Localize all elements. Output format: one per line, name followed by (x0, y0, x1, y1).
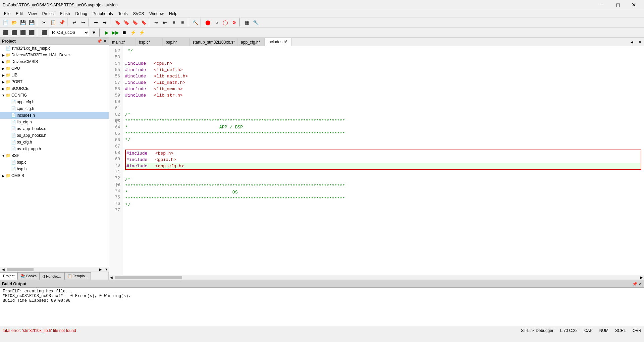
tab-close-all[interactable]: ✕ (636, 38, 644, 46)
bookmark2-button[interactable]: 🔖 (122, 18, 130, 26)
tb2-btn5[interactable]: ⬛ (40, 28, 48, 37)
tree-item-1[interactable]: ▶📁Drivers/STM32F1xx_HAL_Driver (0, 52, 109, 58)
tree-item-18[interactable]: 📄bsp.h (0, 166, 109, 172)
menu-item-svcs[interactable]: SVCS (130, 11, 147, 17)
copy-button[interactable]: 📋 (49, 18, 57, 26)
tree-item-17[interactable]: 📄bsp.c (0, 159, 109, 166)
bookmark4-button[interactable]: 🔖 (140, 18, 148, 26)
panel-tab-1[interactable]: 📚 Books (17, 272, 40, 280)
bookmark1-button[interactable]: 🔖 (113, 18, 121, 26)
tree-item-2[interactable]: ▶📁Drivers/CMSIS (0, 58, 109, 65)
tree-item-13[interactable]: 📄os_app_hooks.h (0, 132, 109, 139)
hscroll-right[interactable]: ▶ (639, 276, 644, 279)
editor-hscroll[interactable]: ◀ ▶ (109, 275, 644, 280)
restore-button[interactable]: ◻ (610, 0, 626, 10)
format-button[interactable]: ≡ (170, 18, 178, 26)
editor-tab-5[interactable]: includes.h* (265, 38, 291, 46)
save-file-button[interactable]: 💾 (19, 18, 27, 26)
menu-item-help[interactable]: Help (166, 11, 180, 17)
panel-tab-2[interactable]: {} Functio... (40, 272, 64, 280)
tree-item-14[interactable]: 📄os_cfg.h (0, 139, 109, 146)
indent-button[interactable]: ⇥ (152, 18, 160, 26)
tree-item-10[interactable]: 📄includes.h (0, 112, 109, 119)
bookmark3-button[interactable]: 🔖 (131, 18, 139, 26)
tree-label-12: os_app_hooks.c (17, 126, 46, 131)
tree-item-8[interactable]: 📄app_cfg.h (0, 99, 109, 105)
target-dropdown[interactable]: RTOS_ucOS (49, 29, 89, 36)
tb2-btn4[interactable]: ⬛ (28, 28, 36, 37)
outdent-button[interactable]: ⇤ (161, 18, 169, 26)
tb2-btn2[interactable]: ⬛ (10, 28, 18, 37)
menu-item-flash[interactable]: Flash (57, 11, 72, 17)
editor-tab-3[interactable]: startup_stm32f103xb.s* (190, 38, 238, 46)
tb2-btn1[interactable]: ⬛ (1, 28, 9, 37)
tree-item-19[interactable]: ▶📁CMSIS (0, 172, 109, 179)
tb2-dropdown-arrow[interactable]: ▼ (90, 28, 98, 37)
run-button[interactable]: ▶ (103, 28, 111, 37)
panel-tab-3[interactable]: 📋 Templa... (64, 272, 91, 280)
tree-item-0[interactable]: 📄stm32f1xx_hal_msp.c (0, 45, 109, 52)
tree-item-7[interactable]: ▼📁CONFIG (0, 92, 109, 99)
debug3-button[interactable]: ◯ (221, 18, 229, 26)
editor-tab-0[interactable]: main.c* (109, 38, 136, 46)
nav-back-button[interactable]: ⬅ (92, 18, 100, 26)
scroll-right[interactable]: ▶ (97, 268, 104, 271)
flash2-button[interactable]: ⚡ (138, 28, 146, 37)
panel-tab-0[interactable]: Project (0, 272, 17, 280)
tree-item-6[interactable]: ▶📁SOURCE (0, 85, 109, 92)
minimize-button[interactable]: − (595, 0, 610, 10)
tree-item-4[interactable]: ▶📁LIB (0, 72, 109, 78)
menu-item-view[interactable]: View (25, 11, 40, 17)
flash-button[interactable]: ⚡ (129, 28, 137, 37)
hscroll-left[interactable]: ◀ (109, 276, 114, 279)
scroll-left[interactable]: ◀ (0, 268, 7, 271)
build2-button[interactable]: ▶▶ (111, 28, 119, 37)
debug-button[interactable]: ⬤ (204, 18, 212, 26)
tree-item-9[interactable]: 📄cpu_cfg.h (0, 105, 109, 112)
debug2-button[interactable]: ○ (213, 18, 221, 26)
tree-item-5[interactable]: ▶📁PORT (0, 78, 109, 85)
build-close-button[interactable]: ✕ (639, 282, 642, 286)
menu-item-edit[interactable]: Edit (13, 11, 25, 17)
close-button[interactable]: ✕ (626, 0, 641, 10)
undo-button[interactable]: ↩ (70, 18, 78, 26)
tree-item-15[interactable]: 📄os_cfg_app.h (0, 146, 109, 152)
menu-item-file[interactable]: File (1, 11, 13, 17)
stop-button[interactable]: ⏹ (120, 28, 128, 37)
editor-tab-4[interactable]: app_cfg.h* (238, 38, 265, 46)
open-file-button[interactable]: 📂 (10, 18, 18, 26)
format2-button[interactable]: ≡ (178, 18, 186, 26)
hscroll-thumb[interactable] (115, 276, 182, 279)
tree-item-3[interactable]: ▶📁CPU (0, 65, 109, 72)
menu-item-tools[interactable]: Tools (116, 11, 130, 17)
debug4-button[interactable]: ⚙ (230, 18, 238, 26)
project-hscroll[interactable]: ◀ ▶ ▼ (0, 267, 109, 272)
tb2-btn3[interactable]: ⬛ (19, 28, 27, 37)
build-button[interactable]: 🔨 (191, 18, 199, 26)
editor-tab-1[interactable]: bsp.c* (136, 38, 163, 46)
paste-button[interactable]: 📌 (58, 18, 66, 26)
code-area: 5253545556575859606162 ▼6364656667686970… (109, 46, 644, 275)
cut-button[interactable]: ✂ (40, 18, 48, 26)
tree-item-12[interactable]: 📄os_app_hooks.c (0, 125, 109, 132)
hscroll-thumb[interactable] (7, 268, 34, 271)
editor-tab-2[interactable]: bsp.h* (163, 38, 190, 46)
menu-item-window[interactable]: Window (147, 11, 166, 17)
nav-forward-button[interactable]: ➡ (101, 18, 109, 26)
settings-button[interactable]: 🔧 (252, 18, 260, 26)
build-pin-button[interactable]: 📌 (632, 282, 637, 286)
redo-button[interactable]: ↪ (79, 18, 87, 26)
new-file-button[interactable]: 📄 (1, 18, 9, 26)
save-all-button[interactable]: 💾 (28, 18, 36, 26)
tree-item-16[interactable]: ▼📁BSP (0, 152, 109, 159)
scroll-down[interactable]: ▼ (104, 268, 109, 271)
close-panel-button[interactable]: ✕ (103, 39, 107, 44)
menu-item-project[interactable]: Project (40, 11, 57, 17)
pin-button[interactable]: 📌 (97, 39, 102, 44)
tab-scroll-left[interactable]: ◀ (628, 38, 636, 46)
menu-item-peripherals[interactable]: Peripherals (90, 11, 116, 17)
code-content[interactable]: */#include <cpu.h>#include <lib_def.h>#i… (122, 46, 644, 275)
window-button[interactable]: ▦ (243, 18, 251, 26)
tree-item-11[interactable]: 📄lib_cfg.h (0, 119, 109, 125)
menu-item-debug[interactable]: Debug (73, 11, 90, 17)
